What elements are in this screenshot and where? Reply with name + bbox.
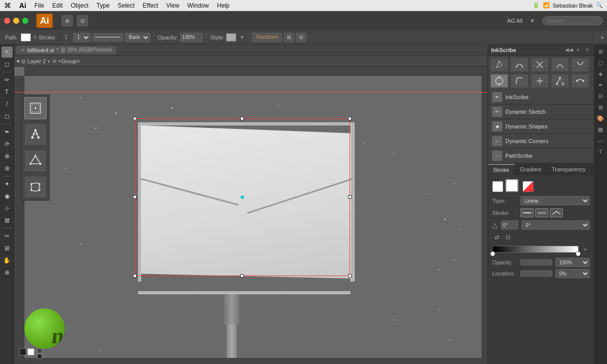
menu-select[interactable]: Select <box>114 0 139 11</box>
stroke-option3[interactable] <box>550 208 563 217</box>
canvas-tool-warp-btn[interactable] <box>24 176 47 198</box>
canvas-tool-mesh-btn[interactable] <box>24 150 47 172</box>
inkscribe-pen-tool[interactable] <box>490 58 508 72</box>
style-arrow[interactable]: ▼ <box>239 34 244 40</box>
far-right-color-btn[interactable]: 🎨 <box>595 113 605 123</box>
far-right-layers-btn[interactable]: ⊞ <box>595 47 605 57</box>
tool-zoom[interactable]: ⊕ <box>2 267 13 278</box>
gradient-opacity-bar[interactable] <box>521 259 552 265</box>
tab-stroke[interactable]: Stroke <box>488 164 515 175</box>
tool-hand[interactable]: ✋ <box>2 255 13 266</box>
tool-rotate[interactable]: ⟳ <box>2 139 13 150</box>
tool-artboard[interactable]: ✂ <box>2 231 13 242</box>
stroke-style-select[interactable]: Basic <box>125 33 150 42</box>
tool-scale[interactable]: ⊕ <box>2 151 13 162</box>
breadcrumb-back[interactable]: ◂ <box>16 58 19 64</box>
toolbar-collapse-arrow[interactable]: » <box>600 34 604 41</box>
tool-select[interactable]: ↖ <box>2 47 13 58</box>
apple-menu[interactable]: ⌘ <box>0 2 15 10</box>
minimize-button[interactable] <box>13 18 19 24</box>
inkscribe-convert-tool[interactable] <box>551 74 569 88</box>
workspace-icon[interactable]: ⊞ <box>62 15 73 26</box>
menu-type[interactable]: Type <box>93 0 114 11</box>
plugin-dynamic-shapes[interactable]: ◆ Dynamic Shapes <box>488 119 594 134</box>
canvas-tool-select-btn[interactable] <box>24 97 47 119</box>
style-swatch[interactable] <box>226 33 236 41</box>
tab-close-btn[interactable]: ✕ <box>20 48 25 53</box>
breadcrumb-layer[interactable]: ▤ Layer 2 <box>21 58 46 64</box>
tool-blend[interactable]: ◉ <box>2 191 13 202</box>
search-input[interactable] <box>542 16 603 25</box>
stroke-weight-select[interactable]: 123 <box>73 33 91 42</box>
plugin-inkscribe[interactable]: ✒ InkScribe <box>488 90 594 105</box>
fill-swatch-black[interactable] <box>19 348 26 355</box>
tool-pen[interactable]: ✏ <box>2 74 13 85</box>
close-button[interactable] <box>4 18 10 24</box>
tool-graph[interactable]: ⊠ <box>2 215 13 226</box>
menu-object[interactable]: Object <box>67 0 93 11</box>
far-right-type-btn[interactable]: T <box>595 147 605 157</box>
breadcrumb-group[interactable]: ⊞ <Group> <box>53 58 80 64</box>
panel-close-icon[interactable]: ✕ <box>584 47 591 54</box>
arrange-icon[interactable]: ⊟ <box>77 15 88 26</box>
gradient-reverse-btn[interactable]: ⇄ <box>492 233 501 242</box>
inkscribe-smooth-tool[interactable] <box>510 58 529 72</box>
canvas-tool-node-btn[interactable] <box>24 123 47 146</box>
inkscribe-delete-tool[interactable] <box>531 58 549 72</box>
gradient-swatch-white[interactable] <box>492 181 503 192</box>
far-right-stroke-btn[interactable]: — <box>595 135 605 146</box>
tool-warp[interactable]: ⊗ <box>2 163 13 174</box>
stroke-option1[interactable] <box>521 208 534 217</box>
panel-collapse-icon[interactable]: ◀◀ <box>566 47 573 54</box>
menu-edit[interactable]: Edit <box>48 0 67 11</box>
gradient-type-select[interactable]: Linear Radial <box>521 196 590 205</box>
menu-view[interactable]: View <box>162 0 184 11</box>
gradient-swatch-mixed[interactable] <box>523 181 534 192</box>
gradient-location-select[interactable]: 0%50%100% <box>555 269 590 278</box>
gradient-location-bar[interactable] <box>521 270 552 277</box>
inkscribe-options-tool[interactable] <box>571 74 589 88</box>
menu-effect[interactable]: Effect <box>139 0 162 11</box>
inkscribe-curve-up-tool[interactable] <box>551 58 569 72</box>
swatch-option2[interactable] <box>37 354 42 359</box>
inkscribe-curve-down-tool[interactable] <box>571 58 589 72</box>
far-right-symbols-btn[interactable]: ◈ <box>595 69 605 79</box>
plugin-dynamic-sketch[interactable]: ✏ Dynamic Sketch <box>488 105 594 119</box>
ag-dropdown-icon[interactable]: ▼ <box>530 18 535 24</box>
tool-brush[interactable]: ✒ <box>2 126 13 138</box>
tool-type[interactable]: T <box>2 86 13 98</box>
fullscreen-button[interactable] <box>22 18 28 24</box>
menu-ai[interactable]: Ai <box>15 2 30 10</box>
tab-gradient[interactable]: Gradient <box>515 164 547 175</box>
tool-symbol[interactable]: ⊹ <box>2 203 13 214</box>
inkscribe-delete2-tool[interactable] <box>531 74 549 88</box>
canvas-area[interactable]: n <box>14 67 488 364</box>
gradient-random-btn[interactable]: ⊡ <box>503 233 512 242</box>
far-right-brushes-btn[interactable]: ✒ <box>595 80 605 90</box>
opacity-input[interactable]: 100% <box>180 33 203 42</box>
menu-help[interactable]: Help <box>213 0 234 11</box>
gradient-bar[interactable] <box>492 246 579 253</box>
gradient-angle-select[interactable]: 0°45°90° <box>522 220 590 230</box>
swatch-option1[interactable] <box>37 348 42 353</box>
far-right-links-btn[interactable]: ⊠ <box>595 102 605 112</box>
gradient-handle-left[interactable] <box>490 251 495 256</box>
far-right-gradient-btn[interactable]: ▦ <box>595 124 605 134</box>
gradient-opacity-select[interactable]: 100%50%0% <box>555 258 590 267</box>
fill-swatch[interactable] <box>21 33 31 41</box>
plugin-pathscribe[interactable]: ⟋ PathScribe <box>488 149 594 163</box>
pathfinder-icon-btn[interactable]: ⊟ <box>296 33 306 42</box>
tool-line[interactable]: / <box>2 99 13 110</box>
fill-swatch-white[interactable] <box>27 348 34 355</box>
tab-transparency[interactable]: Transparency <box>547 164 591 175</box>
gradient-handle-right[interactable] <box>576 251 581 256</box>
transform-button[interactable]: Transform <box>252 33 282 42</box>
gradient-angle-input[interactable]: 0° <box>501 220 518 230</box>
document-tab[interactable]: ✕ billboard.ai * @ 39% (RGB/Preview) <box>16 46 116 54</box>
horizontal-scrollbar[interactable] <box>24 358 482 364</box>
tool-eyedropper[interactable]: ✦ <box>2 178 13 190</box>
inkscribe-corner-tool[interactable] <box>510 74 529 88</box>
vertical-scrollbar[interactable] <box>482 76 488 364</box>
menu-search-icon[interactable]: 🔍 <box>596 2 603 9</box>
panel-menu-icon[interactable]: ≡ <box>575 47 582 54</box>
